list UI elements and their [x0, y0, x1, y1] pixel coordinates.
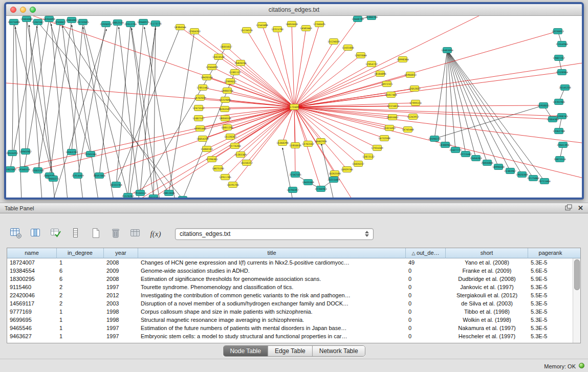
graph-node-label: 17296301: [206, 158, 217, 161]
graph-node-label: 18204098: [43, 18, 55, 20]
table-settings-button[interactable]: [8, 227, 24, 241]
graph-node-label: 19995444: [194, 127, 206, 130]
graph-node-label: 19362708: [553, 130, 564, 133]
table-header-stub: [573, 248, 580, 258]
column-header-name[interactable]: name: [7, 248, 57, 258]
network-graph[interactable]: 1724091605561715610528125040991842010417…: [6, 16, 582, 198]
row-height-button[interactable]: [68, 227, 83, 241]
graph-node-label: 18597684: [93, 174, 105, 177]
table-cell: 0: [406, 283, 446, 291]
graph-node-label: 22872704: [147, 196, 159, 198]
graph-node-label: 15457404: [385, 94, 397, 96]
graph-node-label: 16054239: [197, 138, 208, 140]
close-panel-icon[interactable]: ✕: [578, 205, 583, 211]
graph-node[interactable]: [179, 196, 187, 198]
table-gear-icon: [10, 227, 22, 241]
tab-network-table[interactable]: Network Table: [312, 346, 365, 356]
function-icon: f(x): [150, 230, 161, 238]
table-cell: 0: [406, 299, 446, 308]
table-cell: 0: [406, 291, 446, 299]
table-cell: 5.6E-5: [528, 267, 573, 275]
column-header-title[interactable]: title: [138, 248, 406, 258]
table-row[interactable]: 1830029562008Estimation of significance …: [7, 275, 573, 283]
network-window-titlebar[interactable]: citations_edges.txt: [6, 4, 582, 16]
graph-node-label: 18184896: [374, 73, 386, 75]
graph-node-label: 22175060: [527, 177, 539, 180]
column-header-in_degree[interactable]: in_degree: [57, 248, 104, 258]
vertical-scrollbar[interactable]: [573, 258, 580, 343]
table-cell: 9699695: [7, 316, 57, 324]
graph-node-label: 12374873: [387, 105, 399, 107]
new-column-button[interactable]: [88, 227, 103, 241]
table-row[interactable]: 946554611997Estimation of the future num…: [7, 324, 573, 332]
table-cell: Genome-wide association studies in ADHD.: [138, 267, 406, 275]
graph-node-label: 21802064: [6, 168, 16, 171]
table-cell: 9115460: [7, 283, 57, 291]
table-cell: Wolkin et al. (1998): [446, 316, 528, 324]
column-header-pagerank[interactable]: pagerank: [528, 248, 573, 258]
graph-node-label: 19104514: [134, 192, 146, 194]
table-selector-combobox[interactable]: citations_edges.txt: [175, 228, 374, 240]
tab-node-table[interactable]: Node Table: [223, 346, 268, 356]
import-table-button[interactable]: [128, 227, 143, 241]
zoom-window-button[interactable]: [30, 7, 36, 13]
sort-ascending-icon: △: [411, 251, 416, 256]
graph-node-label: 12872122: [362, 156, 374, 158]
table-cell: 2: [57, 283, 104, 291]
edit-table-button[interactable]: [48, 227, 63, 241]
minimize-window-button[interactable]: [20, 7, 26, 13]
graph-node-label: 18388903: [439, 144, 451, 146]
table-row[interactable]: 1938455462009Genome-wide association stu…: [7, 267, 573, 275]
graph-node-label: 20732625: [77, 21, 89, 24]
graph-node-label: 12763102: [302, 143, 314, 145]
table-row[interactable]: 1456911722003Disruption of a novel membe…: [7, 299, 573, 308]
graph-node-label: 16263598: [329, 172, 340, 175]
graph-node-label: 15610528: [212, 56, 224, 58]
show-columns-button[interactable]: [28, 227, 43, 241]
graph-node-label: 20215489: [328, 179, 339, 181]
table-cell: Nakamura et al. (1997): [446, 324, 528, 332]
table-cell: 18724007: [7, 258, 57, 267]
table-row[interactable]: 2242004622012Investigating the contribut…: [7, 291, 573, 299]
table-cell: Tourette syndrome. Phenomenology and cla…: [138, 283, 406, 291]
memory-status-label: Memory: OK: [544, 363, 576, 369]
table-row[interactable]: 911546021997Tourette syndrome. Phenomeno…: [7, 283, 573, 291]
graph-node-label: 15958031: [537, 104, 549, 107]
table-cell: 9465546: [7, 324, 57, 332]
table-cell: 9777169: [7, 308, 57, 316]
graph-node-label: 12215790: [271, 28, 283, 31]
table-cell: Stergiakouli et al. (2012): [446, 291, 528, 299]
table-cell: 5.3E-5: [528, 324, 573, 332]
graph-node-label: 11015453: [383, 127, 395, 129]
table-row[interactable]: 1872400712008Changes of HCN gene express…: [7, 258, 573, 267]
graph-node-label: 12911785: [219, 176, 231, 179]
table-cell: Disruption of a novel member of a sodium…: [138, 299, 406, 308]
scrollbar-thumb[interactable]: [574, 259, 580, 290]
graph-node-label: 12504353: [188, 30, 200, 33]
function-builder-button[interactable]: f(x): [148, 227, 163, 241]
graph-node-label: 18790397: [287, 189, 298, 191]
tab-edge-table[interactable]: Edge Table: [268, 346, 312, 356]
graph-node-label: 21066704: [365, 16, 377, 18]
column-header-year[interactable]: year: [104, 248, 138, 258]
network-window: citations_edges.txt 17240916055617156105…: [4, 2, 584, 200]
delete-column-button[interactable]: [108, 227, 123, 241]
close-window-button[interactable]: [10, 7, 16, 13]
network-canvas[interactable]: 1724091605561715610528125040991842010417…: [6, 16, 582, 198]
graph-node-label: 20516251: [6, 152, 18, 155]
column-header-out_de[interactable]: △ out_de…: [406, 248, 446, 258]
table-row[interactable]: 969969511998Structural magnetic resonanc…: [7, 316, 573, 324]
table-cell: 2009: [104, 267, 138, 275]
table-row[interactable]: 946362711997Embryonic stem cells: a mode…: [7, 332, 573, 340]
graph-node-label: 16462926: [315, 140, 326, 143]
float-panel-icon[interactable]: [565, 204, 572, 213]
column-header-short[interactable]: short: [446, 248, 528, 258]
table-cell: Investigating the contribution of common…: [138, 291, 406, 299]
table-row[interactable]: 977716911998Corpus callosum shape and si…: [7, 308, 573, 316]
table-cell: Franke et al. (2009): [446, 267, 528, 275]
table-cell: 1: [57, 308, 104, 316]
graph-node-label: 17851443: [197, 86, 208, 89]
graph-node-label: 11243972: [407, 116, 419, 118]
table-cell: 19384554: [7, 267, 57, 275]
table-cell: 1: [57, 316, 104, 324]
